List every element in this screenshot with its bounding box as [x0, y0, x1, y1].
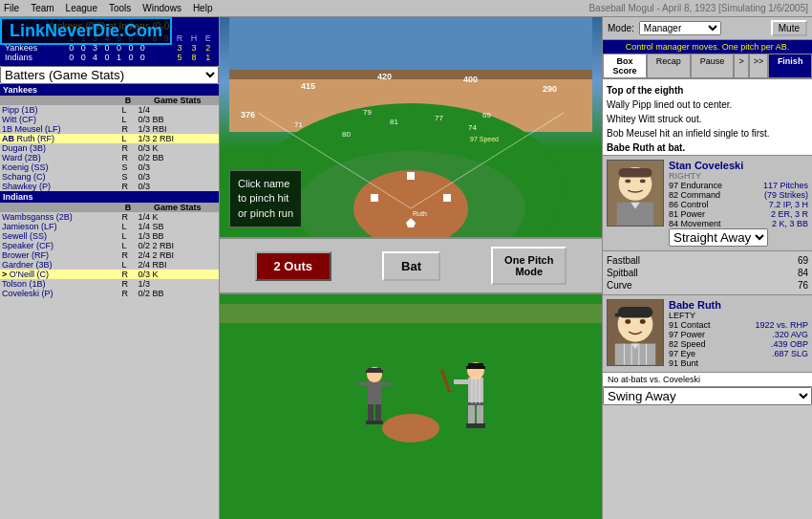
- tab-nav-1[interactable]: >: [734, 54, 748, 78]
- table-row: Gardner (3B) L2/4 RBI: [0, 260, 219, 270]
- table-row: Sewell (SS) L1/3 BB: [0, 231, 219, 241]
- svg-text:420: 420: [377, 72, 392, 81]
- svg-rect-37: [374, 421, 383, 424]
- mode-select[interactable]: Manager GM Commissioner: [639, 21, 721, 35]
- pitcher-card: Stan Coveleski RIGHTY 97 Endurance117 Pi…: [603, 156, 812, 251]
- svg-text:415: 415: [301, 81, 315, 91]
- svg-point-62: [625, 319, 630, 324]
- svg-text:71: 71: [294, 120, 303, 129]
- svg-rect-32: [358, 382, 368, 386]
- pitch-spitball: Spitball84: [607, 268, 808, 278]
- svg-rect-45: [477, 404, 483, 425]
- svg-rect-26: [220, 304, 602, 509]
- svg-rect-35: [375, 404, 381, 422]
- pitch-curve: Curve76: [607, 280, 808, 291]
- click-instruction: Click nameto pinch hitor pinch run: [229, 170, 302, 227]
- menu-league[interactable]: League: [66, 3, 97, 13]
- table-row: Pipp (1B) L1/4: [0, 105, 219, 115]
- svg-text:79: 79: [363, 108, 372, 117]
- svg-text:77: 77: [435, 114, 443, 122]
- indians-section-header: Indians: [0, 191, 219, 203]
- svg-rect-33: [381, 382, 391, 386]
- table-row: Shawkey (P) R0/3: [0, 182, 219, 191]
- pitcher-name: Stan Coveleski: [669, 160, 808, 171]
- batter-name: Babe Ruth: [669, 299, 808, 311]
- tab-box-score[interactable]: Box Score: [603, 54, 647, 78]
- svg-text:290: 290: [543, 84, 557, 94]
- svg-rect-28: [368, 380, 381, 404]
- menu-tools[interactable]: Tools: [109, 3, 131, 13]
- current-batter-row: AB Ruth (RF) L1/3 2 RBI: [0, 134, 219, 143]
- pitch-type-select[interactable]: Straight Away Inside Outside: [669, 228, 768, 247]
- svg-rect-9: [371, 194, 378, 202]
- center-panel: League Park SINGLE: [220, 17, 602, 519]
- menu-team[interactable]: Team: [31, 3, 53, 13]
- pitcher-handedness: RIGHTY: [669, 171, 808, 181]
- svg-rect-64: [618, 307, 653, 318]
- svg-rect-8: [407, 172, 415, 180]
- menu-file[interactable]: File: [4, 3, 19, 13]
- svg-rect-10: [443, 194, 451, 202]
- mute-button[interactable]: Mute: [771, 20, 807, 36]
- svg-rect-57: [619, 168, 652, 178]
- game-controls: 2 Outs Bat One PitchMode: [220, 237, 602, 294]
- yankees-section-header: Yankees: [0, 84, 219, 96]
- svg-rect-31: [366, 370, 383, 373]
- tab-nav-2[interactable]: >>: [749, 54, 769, 78]
- batter-note: No at-bats vs. Coveleski: [603, 373, 812, 387]
- main-layout: Yankees (0-0) at Indians (0-0) 123 456 7…: [0, 17, 812, 519]
- svg-text:81: 81: [390, 118, 398, 126]
- svg-text:74: 74: [468, 123, 477, 132]
- commentary-line-3: Bob Meusel hit an infield single to firs…: [607, 126, 808, 141]
- swing-select[interactable]: Swing Away Bunt Take: [603, 387, 812, 405]
- pitcher-stats: Stan Coveleski RIGHTY 97 Endurance117 Pi…: [669, 160, 808, 247]
- current-fielder-row: > O'Neill (C) R0/3 K: [0, 270, 219, 279]
- outs-display: 2 Outs: [255, 251, 331, 281]
- table-row: Brower (RF) R2/4 2 RBI: [0, 250, 219, 260]
- menu-help[interactable]: Help: [193, 3, 213, 13]
- tab-finish[interactable]: Finish: [768, 54, 812, 78]
- table-row: Jamieson (LF) L1/4 SB: [0, 222, 219, 231]
- tab-recap[interactable]: Recap: [647, 54, 691, 78]
- table-row: 1B Meusel (LF) R1/3 RBI: [0, 124, 219, 134]
- svg-text:69: 69: [482, 111, 491, 119]
- menu-bar: File Team League Tools Windows Help Base…: [0, 0, 812, 17]
- pitches-list: Fastball69 Spitball84 Curve76: [603, 251, 812, 295]
- svg-rect-41: [466, 366, 485, 369]
- svg-text:97 Speed: 97 Speed: [470, 136, 499, 143]
- table-row: Tolson (1B) R1/3: [0, 279, 219, 289]
- batter-photo: [607, 299, 664, 366]
- svg-rect-34: [368, 404, 374, 422]
- window-title: Baseball Mogul - April 8, 1923 [Simulati…: [588, 3, 808, 13]
- svg-point-56: [640, 180, 646, 184]
- pitch-fastball: Fastball69: [607, 255, 808, 266]
- svg-point-55: [625, 180, 630, 184]
- one-pitch-mode: One PitchMode: [491, 247, 566, 285]
- batter-card: Babe Ruth LEFTY 91 Contact1922 vs. RHP 9…: [603, 295, 812, 373]
- pitcher-photo: [607, 160, 664, 227]
- bat-button[interactable]: Bat: [382, 251, 440, 281]
- lineup-table: Yankees B Game Stats Pipp (1B) L1/4 Witt…: [0, 84, 219, 519]
- svg-rect-47: [475, 423, 485, 428]
- svg-rect-65: [615, 314, 620, 317]
- commentary-line-1: Wally Pipp lined out to center.: [607, 97, 808, 112]
- commentary-box: Top of the eighth Wally Pipp lined out t…: [603, 79, 812, 156]
- table-row: Witt (CF) L0/3 BB: [0, 115, 219, 124]
- menu-windows[interactable]: Windows: [142, 3, 182, 13]
- svg-point-27: [382, 414, 439, 443]
- tab-bar: Box Score Recap Pause > >> Finish: [603, 54, 812, 79]
- svg-rect-2: [229, 70, 592, 79]
- table-row: Dugan (3B) R0/3 K: [0, 143, 219, 153]
- svg-rect-36: [366, 421, 374, 424]
- svg-text:376: 376: [241, 110, 255, 119]
- svg-rect-52: [220, 304, 602, 323]
- batter-handedness: LEFTY: [669, 311, 808, 320]
- svg-point-63: [640, 319, 646, 324]
- batter-select[interactable]: Batters (Game Stats): [0, 66, 219, 84]
- play-area: [220, 294, 602, 519]
- tab-pause[interactable]: Pause: [691, 54, 735, 78]
- table-row: Schang (C) S0/3: [0, 172, 219, 182]
- svg-text:80: 80: [342, 130, 351, 139]
- svg-rect-46: [466, 423, 475, 428]
- svg-text:Ruth: Ruth: [413, 210, 427, 217]
